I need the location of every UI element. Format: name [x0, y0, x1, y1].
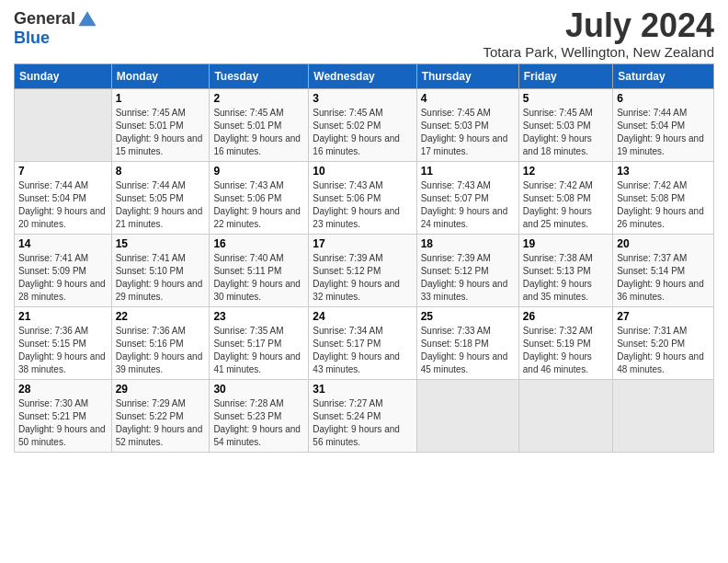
header-day-wednesday: Wednesday: [309, 64, 416, 89]
day-info: Sunrise: 7:39 AMSunset: 5:12 PMDaylight:…: [421, 253, 508, 302]
day-number: 21: [18, 310, 108, 323]
day-info: Sunrise: 7:31 AMSunset: 5:20 PMDaylight:…: [617, 326, 704, 374]
header-day-tuesday: Tuesday: [210, 64, 309, 89]
calendar-cell: 2 Sunrise: 7:45 AMSunset: 5:01 PMDayligh…: [210, 89, 309, 162]
calendar-cell: 18 Sunrise: 7:39 AMSunset: 5:12 PMDaylig…: [416, 235, 518, 307]
calendar-cell: 17 Sunrise: 7:39 AMSunset: 5:12 PMDaylig…: [309, 235, 416, 307]
header-day-friday: Friday: [518, 64, 612, 89]
calendar-cell: [416, 380, 518, 453]
day-number: 10: [313, 165, 412, 178]
calendar-cell: 30 Sunrise: 7:28 AMSunset: 5:23 PMDaylig…: [210, 380, 309, 453]
day-info: Sunrise: 7:45 AMSunset: 5:01 PMDaylight:…: [116, 108, 203, 156]
day-info: Sunrise: 7:45 AMSunset: 5:03 PMDaylight:…: [523, 108, 593, 156]
day-info: Sunrise: 7:36 AMSunset: 5:15 PMDaylight:…: [18, 326, 106, 374]
day-number: 5: [523, 92, 609, 105]
day-number: 31: [313, 383, 412, 396]
day-info: Sunrise: 7:29 AMSunset: 5:22 PMDaylight:…: [116, 398, 203, 447]
day-info: Sunrise: 7:43 AMSunset: 5:06 PMDaylight:…: [313, 180, 400, 229]
day-info: Sunrise: 7:45 AMSunset: 5:01 PMDaylight:…: [213, 108, 301, 156]
day-number: 30: [213, 383, 304, 396]
calendar-cell: 12 Sunrise: 7:42 AMSunset: 5:08 PMDaylig…: [518, 162, 612, 235]
day-number: 25: [421, 310, 515, 323]
calendar-week-row: 21 Sunrise: 7:36 AMSunset: 5:15 PMDaylig…: [15, 307, 714, 380]
day-number: 9: [213, 165, 304, 178]
day-info: Sunrise: 7:32 AMSunset: 5:19 PMDaylight:…: [523, 326, 593, 374]
calendar-cell: 5 Sunrise: 7:45 AMSunset: 5:03 PMDayligh…: [518, 89, 612, 162]
calendar-table: SundayMondayTuesdayWednesdayThursdayFrid…: [14, 63, 714, 453]
day-number: 20: [617, 237, 710, 250]
day-info: Sunrise: 7:45 AMSunset: 5:02 PMDaylight:…: [313, 108, 400, 156]
title-block: July 2024 Totara Park, Wellington, New Z…: [483, 9, 714, 60]
calendar-cell: 24 Sunrise: 7:34 AMSunset: 5:17 PMDaylig…: [309, 307, 416, 380]
day-number: 11: [421, 165, 515, 178]
day-info: Sunrise: 7:34 AMSunset: 5:17 PMDaylight:…: [313, 326, 400, 374]
day-info: Sunrise: 7:36 AMSunset: 5:16 PMDaylight:…: [116, 326, 203, 374]
calendar-cell: 13 Sunrise: 7:42 AMSunset: 5:08 PMDaylig…: [613, 162, 714, 235]
day-number: 15: [116, 237, 206, 250]
day-number: 19: [523, 237, 609, 250]
day-info: Sunrise: 7:44 AMSunset: 5:04 PMDaylight:…: [617, 108, 704, 156]
calendar-cell: 23 Sunrise: 7:35 AMSunset: 5:17 PMDaylig…: [210, 307, 309, 380]
day-number: 24: [313, 310, 412, 323]
calendar-cell: 10 Sunrise: 7:43 AMSunset: 5:06 PMDaylig…: [309, 162, 416, 235]
main-container: General Blue July 2024 Totara Park, Well…: [0, 0, 728, 457]
calendar-week-row: 7 Sunrise: 7:44 AMSunset: 5:04 PMDayligh…: [15, 162, 714, 235]
day-info: Sunrise: 7:27 AMSunset: 5:24 PMDaylight:…: [313, 398, 400, 447]
logo-blue: Blue: [14, 29, 97, 48]
day-number: 28: [18, 383, 108, 396]
day-info: Sunrise: 7:45 AMSunset: 5:03 PMDaylight:…: [421, 108, 508, 156]
svg-marker-0: [79, 11, 97, 26]
calendar-cell: 29 Sunrise: 7:29 AMSunset: 5:22 PMDaylig…: [111, 380, 210, 453]
day-number: 16: [213, 237, 304, 250]
calendar-week-row: 14 Sunrise: 7:41 AMSunset: 5:09 PMDaylig…: [15, 235, 714, 307]
day-number: 7: [18, 165, 108, 178]
calendar-cell: 20 Sunrise: 7:37 AMSunset: 5:14 PMDaylig…: [613, 235, 714, 307]
day-info: Sunrise: 7:40 AMSunset: 5:11 PMDaylight:…: [213, 253, 301, 302]
calendar-cell: 3 Sunrise: 7:45 AMSunset: 5:02 PMDayligh…: [309, 89, 416, 162]
calendar-cell: 9 Sunrise: 7:43 AMSunset: 5:06 PMDayligh…: [210, 162, 309, 235]
day-info: Sunrise: 7:41 AMSunset: 5:10 PMDaylight:…: [116, 253, 203, 302]
day-number: 2: [213, 92, 304, 105]
day-info: Sunrise: 7:42 AMSunset: 5:08 PMDaylight:…: [617, 180, 704, 229]
day-number: 12: [523, 165, 609, 178]
calendar-cell: 31 Sunrise: 7:27 AMSunset: 5:24 PMDaylig…: [309, 380, 416, 453]
calendar-cell: 8 Sunrise: 7:44 AMSunset: 5:05 PMDayligh…: [111, 162, 210, 235]
calendar-cell: 19 Sunrise: 7:38 AMSunset: 5:13 PMDaylig…: [518, 235, 612, 307]
calendar-cell: 25 Sunrise: 7:33 AMSunset: 5:18 PMDaylig…: [416, 307, 518, 380]
day-number: 17: [313, 237, 412, 250]
calendar-week-row: 1 Sunrise: 7:45 AMSunset: 5:01 PMDayligh…: [15, 89, 714, 162]
day-number: 1: [116, 92, 206, 105]
day-info: Sunrise: 7:41 AMSunset: 5:09 PMDaylight:…: [18, 253, 106, 302]
day-info: Sunrise: 7:44 AMSunset: 5:05 PMDaylight:…: [116, 180, 203, 229]
calendar-cell: 4 Sunrise: 7:45 AMSunset: 5:03 PMDayligh…: [416, 89, 518, 162]
calendar-cell: [613, 380, 714, 453]
calendar-cell: 14 Sunrise: 7:41 AMSunset: 5:09 PMDaylig…: [15, 235, 112, 307]
day-info: Sunrise: 7:38 AMSunset: 5:13 PMDaylight:…: [523, 253, 593, 302]
day-number: 22: [116, 310, 206, 323]
calendar-cell: 28 Sunrise: 7:30 AMSunset: 5:21 PMDaylig…: [15, 380, 112, 453]
day-info: Sunrise: 7:43 AMSunset: 5:07 PMDaylight:…: [421, 180, 508, 229]
day-number: 14: [18, 237, 108, 250]
day-info: Sunrise: 7:44 AMSunset: 5:04 PMDaylight:…: [18, 180, 106, 229]
subtitle: Totara Park, Wellington, New Zealand: [483, 44, 714, 60]
day-info: Sunrise: 7:39 AMSunset: 5:12 PMDaylight:…: [313, 253, 400, 302]
header-day-sunday: Sunday: [15, 64, 112, 89]
calendar-cell: 26 Sunrise: 7:32 AMSunset: 5:19 PMDaylig…: [518, 307, 612, 380]
day-number: 4: [421, 92, 515, 105]
calendar-cell: 16 Sunrise: 7:40 AMSunset: 5:11 PMDaylig…: [210, 235, 309, 307]
logo: General Blue: [14, 9, 97, 48]
header-day-monday: Monday: [111, 64, 210, 89]
day-number: 3: [313, 92, 412, 105]
calendar-cell: 21 Sunrise: 7:36 AMSunset: 5:15 PMDaylig…: [15, 307, 112, 380]
logo-icon: [77, 9, 97, 29]
main-title: July 2024: [483, 9, 714, 42]
calendar-header-row: SundayMondayTuesdayWednesdayThursdayFrid…: [15, 64, 714, 89]
calendar-cell: 22 Sunrise: 7:36 AMSunset: 5:16 PMDaylig…: [111, 307, 210, 380]
day-number: 26: [523, 310, 609, 323]
day-number: 13: [617, 165, 710, 178]
day-info: Sunrise: 7:42 AMSunset: 5:08 PMDaylight:…: [523, 180, 593, 229]
calendar-cell: 1 Sunrise: 7:45 AMSunset: 5:01 PMDayligh…: [111, 89, 210, 162]
day-info: Sunrise: 7:37 AMSunset: 5:14 PMDaylight:…: [617, 253, 704, 302]
day-info: Sunrise: 7:35 AMSunset: 5:17 PMDaylight:…: [213, 326, 301, 374]
calendar-cell: 15 Sunrise: 7:41 AMSunset: 5:10 PMDaylig…: [111, 235, 210, 307]
